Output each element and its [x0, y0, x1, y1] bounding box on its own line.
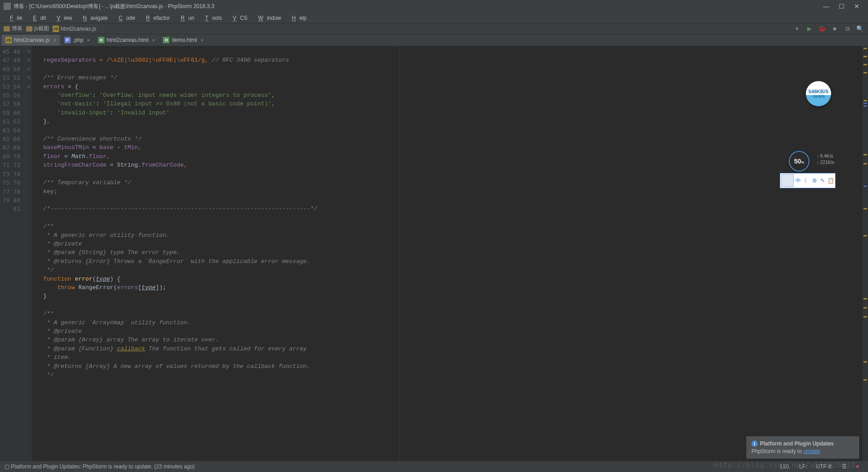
cpu-widget[interactable]: 50%: [789, 151, 809, 172]
menu-item[interactable]: Navigate: [76, 15, 111, 21]
close-icon[interactable]: ×: [152, 37, 155, 43]
notification-popup[interactable]: iPlatform and Plugin Updates PhpStorm is…: [746, 436, 859, 458]
network-speed-widget[interactable]: 548KB/S -0KB/s: [806, 81, 831, 106]
close-icon[interactable]: ×: [53, 37, 56, 43]
ime-moon-icon[interactable]: ☾: [803, 177, 810, 184]
maximize-button[interactable]: ☐: [834, 3, 849, 10]
menu-item[interactable]: Run: [174, 15, 198, 21]
ime-clipboard-icon[interactable]: 📋: [827, 177, 834, 184]
update-link[interactable]: update: [803, 448, 820, 454]
search-icon[interactable]: 🔍: [855, 24, 864, 33]
minimize-button[interactable]: —: [818, 3, 834, 10]
avatar: [781, 174, 794, 187]
tab-demo-html[interactable]: Hdemo.html×: [159, 35, 207, 45]
folder-icon: [26, 26, 32, 32]
window-title: 博客 - [C:\Users\6500\Desktop\博客] - ...\js…: [14, 3, 214, 10]
watermark: http://blog.csdn.net/u012925833: [714, 461, 855, 469]
js-file-icon: JS: [5, 37, 12, 43]
editor-area[interactable]: 45 46 47 48 49 50 51 52 53 54 55 56 57 5…: [0, 46, 868, 461]
menu-bar: FileEditViewNavigateCodeRefactorRunTools…: [0, 13, 868, 23]
menu-item[interactable]: View: [50, 15, 76, 21]
menu-item[interactable]: Window: [251, 15, 285, 21]
app-icon: [4, 3, 11, 10]
breadcrumb[interactable]: JShtml2canvas.js: [53, 26, 96, 32]
tab-html2canvas-html[interactable]: Hhtml2canvas.html×: [95, 35, 159, 45]
close-icon[interactable]: ×: [87, 37, 90, 43]
line-number-gutter: 45 46 47 48 49 50 51 52 53 54 55 56 57 5…: [0, 46, 25, 461]
html-file-icon: H: [163, 37, 169, 43]
breadcrumb[interactable]: js截图: [26, 25, 49, 32]
php-file-icon: P: [64, 37, 71, 43]
info-icon: i: [751, 440, 758, 447]
ime-lang-button[interactable]: 中: [795, 177, 802, 184]
html-file-icon: H: [98, 37, 104, 43]
right-margin-line: [399, 46, 400, 461]
ime-toolbar[interactable]: 中 ☾ ⚙ ✎ 📋: [780, 173, 836, 188]
debug-icon[interactable]: 🐞: [818, 24, 827, 33]
menu-item[interactable]: Code: [111, 15, 139, 21]
notification-title: Platform and Plugin Updates: [760, 440, 834, 447]
stop-icon[interactable]: ■: [830, 24, 839, 33]
menu-item[interactable]: Tools: [198, 15, 226, 21]
close-icon[interactable]: ×: [200, 37, 203, 43]
dropdown-icon[interactable]: ▾: [792, 24, 801, 33]
editor-tabs: JShtml2canvas.js× P.php× Hhtml2canvas.ht…: [0, 34, 868, 46]
menu-item[interactable]: Refactor: [139, 15, 173, 21]
status-icon: ▢: [5, 463, 9, 470]
speed-readout: ↑ 8.4K/s ↓ 221K/s: [817, 153, 834, 166]
layout-icon[interactable]: ⧉: [843, 24, 852, 33]
menu-item[interactable]: Edit: [26, 15, 50, 21]
menu-item[interactable]: VCS: [226, 15, 251, 21]
ime-edit-icon[interactable]: ✎: [819, 177, 826, 184]
breadcrumb[interactable]: 博客: [4, 25, 23, 32]
menu-item[interactable]: Help: [285, 15, 310, 21]
tab-php[interactable]: P.php×: [61, 35, 94, 45]
status-message: Platform and Plugin Updates: PhpStorm is…: [11, 463, 194, 470]
close-button[interactable]: ✕: [849, 3, 864, 10]
title-bar: 博客 - [C:\Users\6500\Desktop\博客] - ...\js…: [0, 0, 868, 13]
breadcrumb-bar: 博客 js截图 JShtml2canvas.js ▾ ▶ 🐞 ■ ⧉ 🔍: [0, 23, 868, 34]
tab-html2canvas-js[interactable]: JShtml2canvas.js×: [2, 35, 60, 45]
marker-bar[interactable]: [862, 46, 868, 461]
js-file-icon: JS: [53, 26, 59, 32]
folder-icon: [4, 26, 10, 32]
notification-body: PhpStorm is ready to update.: [751, 448, 854, 454]
run-icon[interactable]: ▶: [805, 24, 814, 33]
fold-column[interactable]: ⊟ ⊟ ⊟ ⊟ ⊟: [25, 46, 32, 461]
code-content[interactable]: regexSeparators = /\x2E|\u3002|\uFF0E|\u…: [32, 46, 862, 461]
menu-item[interactable]: File: [3, 15, 26, 21]
ime-gear-icon[interactable]: ⚙: [811, 177, 818, 184]
